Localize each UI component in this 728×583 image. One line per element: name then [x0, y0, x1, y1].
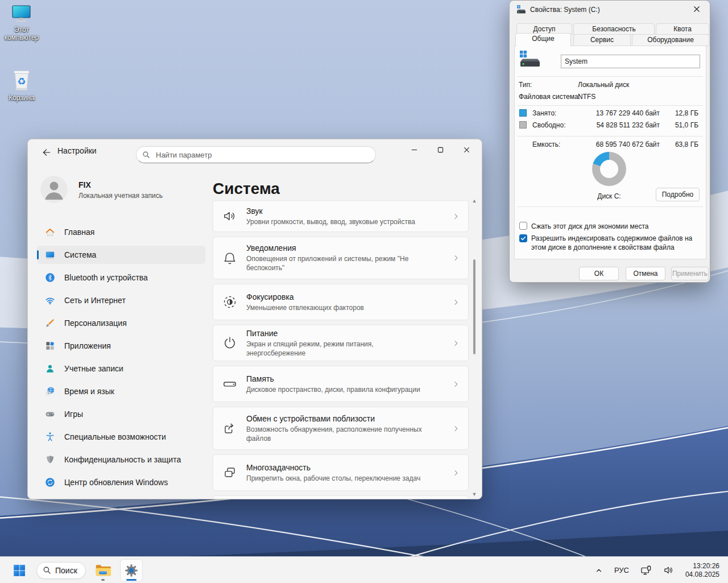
settings-app-button[interactable]: [120, 559, 143, 582]
scrollbar-thumb[interactable]: [473, 259, 475, 354]
settings-search-box[interactable]: [136, 146, 376, 163]
network-tray-button[interactable]: [636, 561, 656, 580]
tray-date: 04.08.2025: [685, 570, 719, 579]
index-checkbox-label[interactable]: Разрешить индексировать содержимое файло…: [531, 234, 701, 252]
nearby-share-icon: [213, 421, 246, 436]
settings-search-input[interactable]: [155, 150, 370, 160]
wifi-icon: [45, 295, 55, 305]
user-name: FIX: [78, 180, 91, 189]
compress-checkbox-label[interactable]: Сжать этот диск для экономии места: [531, 222, 701, 231]
sidebar-item-label: Центр обновления Windows: [64, 478, 168, 487]
minimize-button[interactable]: [401, 139, 427, 160]
system-icon: [45, 250, 55, 260]
file-explorer-icon: [95, 563, 111, 577]
sidebar-item-accessibility[interactable]: Специальные возможности: [37, 428, 205, 446]
user-account-block[interactable]: FIX Локальная учетная запись: [40, 176, 200, 205]
card-multitasking[interactable]: Многозадачность Прикрепить окна, рабочие…: [213, 454, 469, 491]
details-button[interactable]: Подробно: [656, 188, 700, 201]
used-color-chip: [519, 109, 527, 117]
card-partial: [213, 495, 469, 499]
scroll-down-arrow[interactable]: ▼: [471, 491, 478, 498]
clock-tray-button[interactable]: 13:20:26 04.08.2025: [681, 561, 723, 580]
windows-logo-icon: [13, 564, 26, 577]
disk-usage-donut: [592, 152, 626, 186]
sidebar-item-accounts[interactable]: Учетные записи: [37, 359, 205, 378]
window-title: Настройки: [57, 146, 97, 155]
minimize-icon: [411, 147, 417, 153]
sidebar-item-home[interactable]: Главная: [37, 223, 205, 241]
sidebar-item-time-language[interactable]: Время и язык: [37, 382, 205, 400]
tab-security[interactable]: Безопасность: [573, 23, 655, 35]
type-label: Тип:: [519, 81, 532, 89]
window-controls: [401, 139, 479, 160]
used-label: Занято:: [532, 109, 556, 117]
dialog-title: Свойства: System (C:): [530, 6, 600, 14]
page-title: Система: [213, 180, 280, 198]
card-focus[interactable]: Фокусировка Уменьшение отвлекающих факто…: [213, 284, 469, 320]
gamepad-icon: [45, 409, 55, 419]
sidebar-item-label: Bluetooth и устройства: [64, 273, 148, 282]
apply-button[interactable]: Применить: [671, 267, 709, 280]
settings-cards: Звук Уровни громкости, вывод, ввод, звук…: [213, 200, 469, 499]
card-sound[interactable]: Звук Уровни громкости, вывод, ввод, звук…: [213, 200, 469, 232]
volume-icon: [663, 565, 674, 576]
accounts-icon: [45, 363, 55, 374]
dialog-close-button[interactable]: [685, 1, 709, 18]
power-icon: [213, 336, 246, 350]
ok-button[interactable]: ОК: [579, 267, 619, 280]
sidebar-item-label: Учетные записи: [64, 364, 123, 373]
card-title: Память: [246, 374, 435, 383]
back-arrow-icon: [42, 148, 51, 157]
language-indicator[interactable]: РУС: [610, 561, 633, 580]
card-nearby-sharing[interactable]: Обмен с устройствами поблизости Возможно…: [213, 407, 469, 450]
bell-icon: [213, 251, 246, 266]
focus-icon: [213, 295, 246, 309]
card-power[interactable]: Питание Экран и спящий режим, режим пита…: [213, 325, 469, 361]
maximize-icon: [437, 147, 444, 153]
taskbar-search[interactable]: Поиск: [36, 562, 86, 579]
multitasking-icon: [213, 465, 246, 480]
cancel-button[interactable]: Отмена: [626, 267, 665, 280]
tab-general[interactable]: Общие: [515, 33, 571, 47]
card-title: Питание: [246, 329, 435, 338]
sidebar-item-apps[interactable]: Приложения: [37, 337, 205, 355]
free-size: 51,0 ГБ: [675, 121, 698, 129]
drive-name-input[interactable]: [561, 55, 700, 68]
file-explorer-button[interactable]: [92, 559, 114, 582]
volume-tray-button[interactable]: [659, 561, 678, 580]
sidebar-item-network-internet[interactable]: Сеть и Интернет: [37, 291, 205, 309]
settings-scrollbar[interactable]: ▲ ▼: [470, 196, 478, 499]
close-button[interactable]: [453, 139, 479, 160]
storage-icon: [213, 377, 246, 391]
sidebar-item-gaming[interactable]: Игры: [37, 405, 205, 423]
sidebar-item-bluetooth-devices[interactable]: Bluetooth и устройства: [37, 268, 205, 287]
sidebar-item-windows-update[interactable]: Центр обновления Windows: [37, 473, 205, 491]
tab-hardware[interactable]: Оборудование: [632, 34, 709, 46]
tray-time: 13:20:26: [685, 562, 719, 570]
settings-window: Настройки: [27, 139, 482, 499]
sidebar-item-label: Игры: [64, 410, 83, 419]
apps-icon: [45, 341, 55, 351]
tab-tools[interactable]: Сервис: [573, 34, 631, 46]
bluetooth-icon: [45, 272, 55, 283]
sidebar-item-label: Специальные возможности: [64, 432, 166, 441]
tab-quota[interactable]: Квота: [656, 23, 709, 35]
back-button[interactable]: [37, 144, 56, 161]
desktop-icon-this-pc[interactable]: Этот компьютер: [0, 5, 43, 42]
sidebar-item-label: Главная: [64, 228, 94, 237]
maximize-button[interactable]: [427, 139, 453, 160]
desktop-icon-recycle-bin[interactable]: ♻ Корзина: [0, 67, 43, 102]
card-notifications[interactable]: Уведомления Оповещения от приложений и с…: [213, 237, 469, 279]
start-button[interactable]: [8, 559, 31, 582]
running-indicator: [101, 579, 105, 581]
sidebar-item-personalization[interactable]: Персонализация: [37, 314, 205, 332]
sidebar-item-system[interactable]: Система: [37, 246, 205, 264]
index-checkbox[interactable]: [519, 234, 527, 242]
free-label: Свободно:: [532, 121, 566, 129]
this-pc-icon: [10, 5, 33, 24]
card-storage[interactable]: Память Дисковое пространство, диски, пра…: [213, 366, 469, 402]
sidebar-item-privacy-security[interactable]: Конфиденциальность и защита: [37, 450, 205, 469]
compress-checkbox[interactable]: [519, 222, 527, 230]
scroll-up-arrow[interactable]: ▲: [471, 197, 478, 204]
tray-overflow-button[interactable]: [591, 561, 607, 580]
